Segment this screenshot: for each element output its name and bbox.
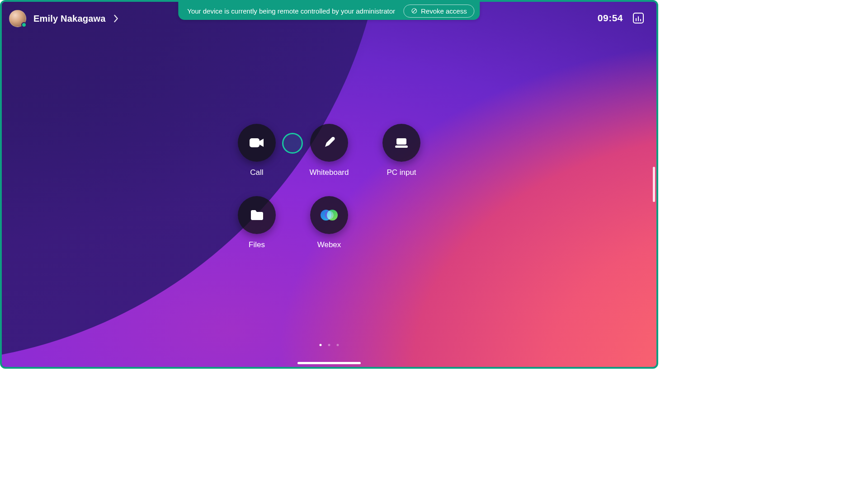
prohibit-icon bbox=[411, 8, 417, 14]
app-label: Call bbox=[250, 168, 263, 177]
banner-message: Your device is currently being remote co… bbox=[187, 7, 395, 15]
app-pc-input[interactable]: PC input bbox=[382, 124, 420, 195]
avatar bbox=[9, 10, 26, 27]
control-panel-button[interactable] bbox=[633, 13, 644, 23]
revoke-access-button[interactable]: Revoke access bbox=[403, 5, 475, 18]
page-dot-3[interactable] bbox=[337, 344, 339, 346]
video-camera-icon bbox=[249, 137, 264, 149]
user-profile-button[interactable]: Emily Nakagawa bbox=[9, 10, 119, 27]
app-label: Files bbox=[249, 240, 265, 249]
app-whiteboard[interactable]: Whiteboard bbox=[310, 124, 349, 195]
pen-icon bbox=[322, 136, 336, 150]
revoke-access-label: Revoke access bbox=[421, 7, 467, 15]
side-panel-handle[interactable] bbox=[653, 167, 655, 202]
chevron-right-icon bbox=[113, 14, 119, 23]
touch-ripple bbox=[282, 133, 303, 154]
app-grid: Call Whiteboard PC input bbox=[221, 124, 438, 267]
presence-indicator bbox=[21, 22, 27, 28]
app-label: Webex bbox=[317, 240, 341, 249]
page-dot-1[interactable] bbox=[320, 344, 322, 346]
page-dots[interactable] bbox=[320, 344, 339, 346]
webex-icon bbox=[321, 209, 338, 221]
clock: 09:54 bbox=[598, 13, 623, 23]
app-label: Whiteboard bbox=[310, 168, 349, 177]
svg-rect-4 bbox=[395, 145, 408, 148]
home-screen: Your device is currently being remote co… bbox=[0, 0, 658, 369]
folder-icon bbox=[250, 209, 264, 221]
app-call[interactable]: Call bbox=[238, 124, 276, 195]
status-area: 09:54 bbox=[598, 13, 644, 23]
svg-rect-3 bbox=[396, 138, 406, 145]
app-webex[interactable]: Webex bbox=[310, 196, 348, 267]
user-name: Emily Nakagawa bbox=[33, 14, 106, 24]
laptop-icon bbox=[394, 136, 409, 149]
remote-control-banner: Your device is currently being remote co… bbox=[178, 2, 480, 20]
app-label: PC input bbox=[387, 168, 416, 177]
svg-rect-2 bbox=[250, 138, 259, 147]
svg-line-1 bbox=[412, 9, 415, 13]
home-indicator[interactable] bbox=[297, 362, 361, 364]
page-dot-2[interactable] bbox=[328, 344, 330, 346]
app-files[interactable]: Files bbox=[238, 196, 276, 267]
